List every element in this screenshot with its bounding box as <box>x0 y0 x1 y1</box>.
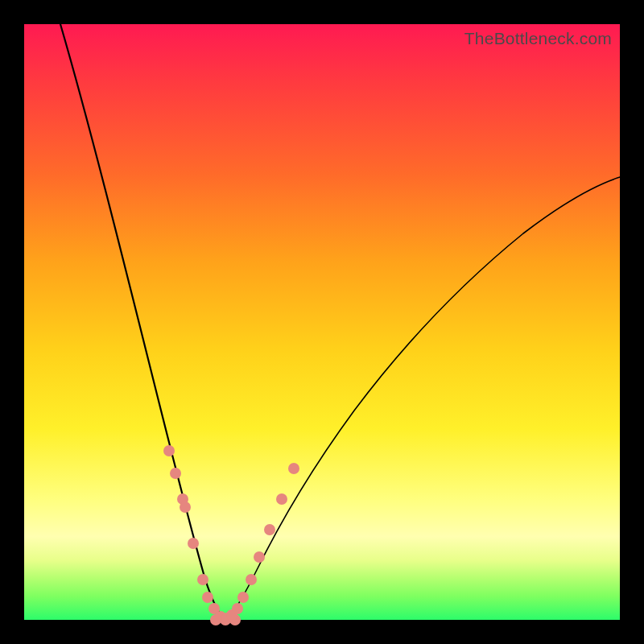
dot <box>210 614 221 625</box>
dot <box>202 592 213 603</box>
dot <box>232 603 243 614</box>
left-curve <box>60 24 225 620</box>
dot <box>163 445 175 456</box>
dot <box>276 493 287 505</box>
dot <box>288 463 299 474</box>
dot <box>237 592 249 603</box>
right-curve <box>225 177 620 620</box>
dot <box>170 468 181 479</box>
dot <box>188 538 199 549</box>
dot <box>246 574 257 585</box>
dot-overlay <box>163 445 299 625</box>
dot <box>180 502 191 513</box>
plot-area: TheBottleneck.com <box>24 24 620 620</box>
dot <box>254 551 265 563</box>
dot <box>197 574 208 585</box>
curve-svg <box>24 24 620 620</box>
dot <box>264 524 275 535</box>
chart-frame: TheBottleneck.com <box>0 0 644 644</box>
